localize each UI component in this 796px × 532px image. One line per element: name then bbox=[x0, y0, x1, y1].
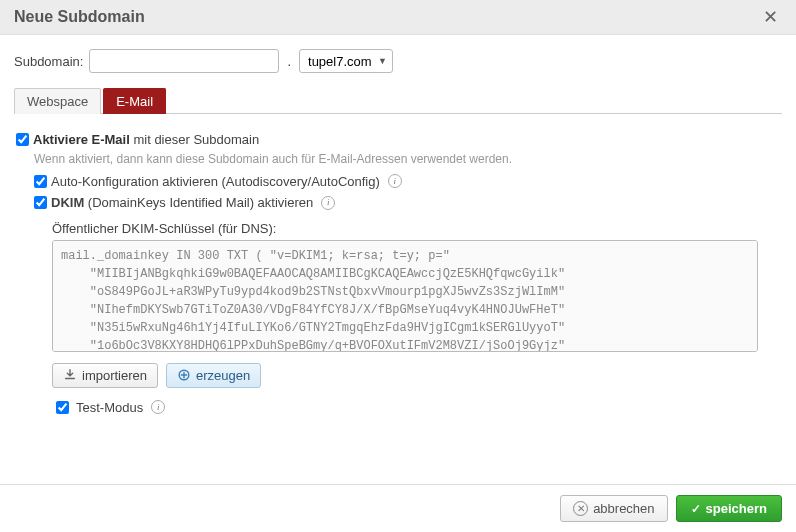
tab-email[interactable]: E-Mail bbox=[103, 88, 166, 114]
autoconfig-checkbox[interactable] bbox=[34, 175, 47, 188]
check-icon: ✓ bbox=[691, 502, 701, 516]
dialog-title: Neue Subdomain bbox=[14, 8, 145, 26]
activate-email-checkbox[interactable] bbox=[16, 133, 29, 146]
import-icon bbox=[63, 368, 77, 382]
generate-icon bbox=[177, 368, 191, 382]
autoconfig-row: Auto-Konfiguration aktivieren (Autodisco… bbox=[34, 172, 780, 192]
autoconfig-label: Auto-Konfiguration aktivieren (Autodisco… bbox=[51, 172, 380, 192]
subdomain-input[interactable] bbox=[89, 49, 279, 73]
info-icon[interactable]: i bbox=[151, 400, 165, 414]
test-mode-checkbox[interactable] bbox=[56, 401, 69, 414]
cancel-button-label: abbrechen bbox=[593, 501, 654, 516]
test-mode-label: Test-Modus bbox=[76, 400, 143, 415]
import-button[interactable]: importieren bbox=[52, 363, 158, 388]
save-button-label: speichern bbox=[706, 501, 767, 516]
dot-separator: . bbox=[287, 54, 291, 69]
email-section: Aktiviere E-Mail mit dieser Subdomain We… bbox=[14, 130, 782, 417]
dialog-content: Subdomain: . tupel7.com ▼ Webspace E-Mai… bbox=[0, 35, 796, 417]
dialog: Neue Subdomain ✕ Subdomain: . tupel7.com… bbox=[0, 0, 796, 532]
dkim-key-label: Öffentlicher DKIM-Schlüssel (für DNS): bbox=[52, 221, 780, 236]
activate-email-row: Aktiviere E-Mail mit dieser Subdomain bbox=[16, 130, 780, 150]
dialog-footer: ✕ abbrechen ✓ speichern bbox=[0, 484, 796, 532]
activate-email-label: Aktiviere E-Mail mit dieser Subdomain bbox=[33, 130, 259, 150]
activate-email-hint: Wenn aktiviert, dann kann diese Subdomai… bbox=[34, 152, 780, 166]
tab-webspace[interactable]: Webspace bbox=[14, 88, 101, 114]
info-icon[interactable]: i bbox=[388, 174, 402, 188]
generate-button-label: erzeugen bbox=[196, 368, 250, 383]
dkim-row: DKIM (DomainKeys Identified Mail) aktivi… bbox=[34, 193, 780, 213]
sub-options: Auto-Konfiguration aktivieren (Autodisco… bbox=[34, 172, 780, 213]
import-button-label: importieren bbox=[82, 368, 147, 383]
dkim-label: DKIM (DomainKeys Identified Mail) aktivi… bbox=[51, 193, 313, 213]
dkim-buttons: importieren erzeugen bbox=[52, 363, 780, 388]
subdomain-row: Subdomain: . tupel7.com ▼ bbox=[14, 49, 782, 73]
domain-select[interactable]: tupel7.com bbox=[299, 49, 393, 73]
dkim-key-textarea[interactable] bbox=[52, 240, 758, 352]
info-icon[interactable]: i bbox=[321, 196, 335, 210]
tabs: Webspace E-Mail bbox=[14, 87, 782, 114]
save-button[interactable]: ✓ speichern bbox=[676, 495, 782, 522]
cancel-button[interactable]: ✕ abbrechen bbox=[560, 495, 667, 522]
subdomain-label: Subdomain: bbox=[14, 54, 83, 69]
test-mode-row: Test-Modus i bbox=[52, 398, 780, 417]
close-icon[interactable]: ✕ bbox=[759, 8, 782, 26]
dkim-checkbox[interactable] bbox=[34, 196, 47, 209]
dkim-block: Öffentlicher DKIM-Schlüssel (für DNS): bbox=[52, 221, 780, 355]
cancel-icon: ✕ bbox=[573, 501, 588, 516]
generate-button[interactable]: erzeugen bbox=[166, 363, 261, 388]
titlebar: Neue Subdomain ✕ bbox=[0, 0, 796, 35]
